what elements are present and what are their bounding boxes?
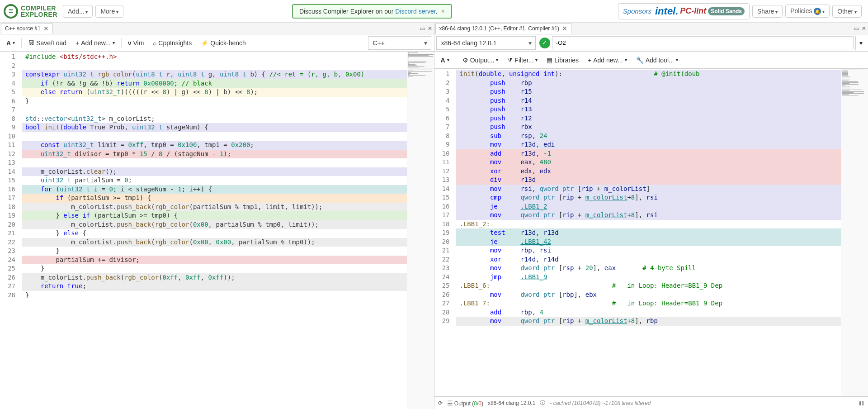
asm-minimap[interactable] (841, 69, 868, 396)
compiler-select-row: x86-64 clang 12.0.1 ✓ ▾ (434, 34, 868, 52)
source-minimap[interactable] (407, 52, 434, 409)
compiler-pane: x86-64 clang 12.0.1 (C++, Editor #1, Com… (434, 23, 868, 409)
addnew-button[interactable]: +Add new... (584, 55, 631, 66)
list-icon: ☰ (447, 399, 453, 407)
source-tab[interactable]: C++ source #1 ✕ (1, 23, 53, 34)
sponsor-pclint: PC-lint (680, 6, 706, 16)
pane-close-icon[interactable]: ✕ (428, 25, 432, 32)
quickbench-button[interactable]: ⚡Quick-bench (197, 38, 250, 48)
discord-banner: Discuss Compiler Explorer on our Discord… (292, 4, 452, 19)
maximize-icon[interactable]: ▭ (420, 25, 425, 32)
status-cached: - cached (1010407B) ~17108 lines filtere… (550, 400, 651, 406)
more-button[interactable]: More (95, 5, 123, 18)
main-split: C++ source #1 ✕ ▭ ✕ A 🖫Save/Load +Add ne… (0, 23, 868, 409)
output-toggle[interactable]: ☰ Output (0/0) (447, 399, 483, 407)
source-editor[interactable]: 1234567891011121314151617181920212223242… (0, 52, 434, 409)
addnew-button[interactable]: +Add new... (72, 38, 118, 48)
libraries-button[interactable]: ▤Libraries (543, 55, 582, 66)
funnel-icon: ⧩ (507, 56, 513, 64)
source-toolbar: A 🖫Save/Load +Add new... v Vim ⌕CppInsig… (0, 34, 434, 52)
other-button[interactable]: Other (832, 5, 862, 18)
source-code[interactable]: #include <bits/stdc++.h> constexpr uint3… (22, 52, 407, 409)
chart-icon[interactable]: ⫿⫿ (859, 400, 864, 406)
source-gutter: 1234567891011121314151617181920212223242… (0, 52, 22, 409)
compiler-select[interactable]: x86-64 clang 12.0.1 (436, 36, 536, 50)
sponsors-label: Sponsors (623, 7, 651, 15)
magnify-icon: ⌕ (153, 39, 156, 47)
refresh-icon[interactable]: ⟳ (438, 400, 443, 406)
asm-editor[interactable]: 1234567891011121314151617181920212223242… (434, 69, 868, 396)
source-pane: C++ source #1 ✕ ▭ ✕ A 🖫Save/Load +Add ne… (0, 23, 434, 409)
language-select[interactable]: C++ (368, 36, 431, 50)
cppinsights-button[interactable]: ⌕CppInsights (149, 38, 195, 48)
compiler-tab[interactable]: x86-64 clang 12.0.1 (C++, Editor #1, Com… (435, 23, 571, 34)
addtool-button[interactable]: 🔧Add tool... (632, 55, 682, 66)
bolt-icon: ⚡ (201, 39, 208, 47)
navbar: ≡ COMPILER EXPLORER Add... More Discuss … (0, 0, 868, 23)
source-tab-label: C++ source #1 (5, 25, 41, 32)
close-icon[interactable]: ✕ (562, 25, 567, 32)
close-icon[interactable]: ✕ (43, 25, 49, 32)
wrench-icon: 🔧 (636, 57, 644, 64)
filter-button[interactable]: ⧩Filter... (504, 54, 541, 66)
sponsor-solidsands: Solid Sands (708, 7, 745, 15)
compiler-toolbar: A ⚙Output... ⧩Filter... ▤Libraries +Add … (434, 52, 868, 69)
sponsor-intel: intel. (655, 5, 678, 17)
add-button[interactable]: Add... (63, 5, 93, 18)
floppy-icon: 🖫 (28, 39, 34, 47)
book-icon: ▤ (547, 57, 552, 64)
saveload-button[interactable]: 🖫Save/Load (24, 38, 70, 48)
plus-icon: + (588, 57, 591, 64)
logo[interactable]: ≡ COMPILER EXPLORER (4, 4, 57, 19)
logo-text: COMPILER EXPLORER (21, 5, 57, 18)
asm-code[interactable]: init(double, unsigned int): # @init(doub… (456, 69, 841, 396)
policies-button[interactable]: Policies🔔 (785, 5, 830, 18)
info-icon[interactable]: ⓘ (540, 399, 545, 407)
compiler-options-input[interactable] (552, 36, 854, 49)
discord-text: Discuss Compiler Explorer on our (299, 8, 395, 15)
compiler-tabstrip: x86-64 clang 12.0.1 (C++, Editor #1, Com… (434, 23, 868, 34)
compiler-tab-label: x86-64 clang 12.0.1 (C++, Editor #1, Com… (439, 25, 559, 32)
vim-button[interactable]: v Vim (124, 38, 148, 48)
plus-icon: + (75, 39, 79, 47)
pane-close-icon[interactable]: ✕ (862, 25, 866, 32)
font-menu[interactable]: A (3, 38, 19, 48)
bell-icon: 🔔 (814, 8, 821, 15)
share-button[interactable]: Share (752, 5, 783, 18)
status-ok-icon: ✓ (539, 38, 550, 48)
output-button[interactable]: ⚙Output... (459, 55, 502, 66)
asm-gutter: 1234567891011121314151617181920212223242… (434, 69, 456, 396)
gear-icon: ⚙ (462, 57, 468, 64)
logo-icon: ≡ (4, 4, 18, 19)
status-compiler-name: x86-64 clang 12.0.1 (488, 400, 535, 406)
font-menu[interactable]: A (437, 55, 453, 66)
options-toggle[interactable]: ▾ (855, 36, 866, 50)
maximize-icon[interactable]: ▭ (854, 25, 859, 32)
sponsors-box[interactable]: Sponsors intel. PC-lint Solid Sands (618, 3, 750, 19)
discord-link[interactable]: Discord server (395, 8, 435, 15)
compiler-status-bar: ⟳ ☰ Output (0/0) x86-64 clang 12.0.1 ⓘ -… (434, 396, 868, 409)
discord-close-icon[interactable]: × (441, 8, 445, 15)
source-tabstrip: C++ source #1 ✕ ▭ ✕ (0, 23, 434, 34)
